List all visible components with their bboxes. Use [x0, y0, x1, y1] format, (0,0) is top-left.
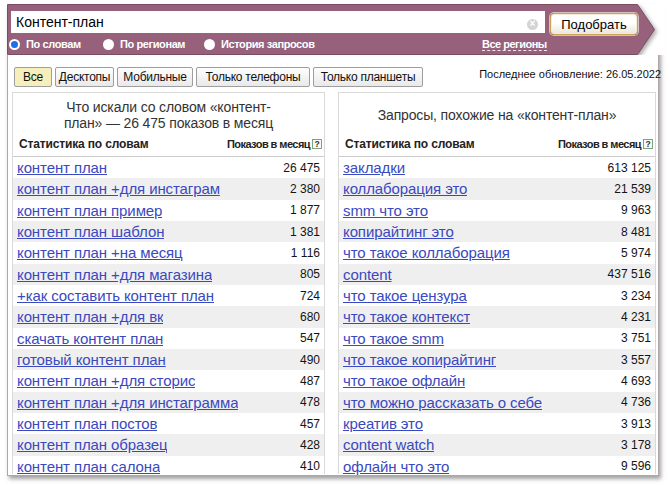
mode-query-history[interactable]: История запросов — [204, 36, 315, 52]
table-header: Статистика по словам Показов в месяц ? — [339, 131, 655, 157]
impressions-value: 3 234 — [615, 289, 651, 303]
keyword-link[interactable]: контент план +для инстаграм — [17, 180, 220, 197]
tab-mobile[interactable]: Мобильные — [117, 67, 193, 87]
keyword-column-header: Статистика по словам — [19, 137, 149, 151]
impressions-value: 1 381 — [284, 225, 320, 239]
tab-tablets-only[interactable]: Только планшеты — [313, 67, 423, 87]
impressions-value: 3 751 — [615, 331, 651, 345]
keyword-link[interactable]: готовый контент план — [17, 351, 166, 368]
similar-queries-panel: Запросы, похожие на «контент-план» Стати… — [338, 92, 656, 474]
radio-icon — [204, 39, 215, 50]
keyword-link[interactable]: копирайтинг это — [343, 223, 454, 240]
keyword-link[interactable]: контент план постов — [17, 415, 157, 432]
table-row: контент план постов457 — [13, 413, 324, 434]
table-row: контент план +для сторис487 — [13, 370, 324, 391]
keyword-link[interactable]: content watch — [343, 436, 434, 453]
search-input[interactable] — [11, 11, 545, 33]
impressions-value: 26 475 — [277, 161, 320, 175]
help-icon[interactable]: ? — [643, 139, 653, 149]
table-row: копирайтинг это8 481 — [339, 221, 655, 242]
impressions-value: 5 974 — [615, 246, 651, 260]
keyword-link[interactable]: офлайн что это — [343, 458, 449, 475]
keyword-link[interactable]: smm что это — [343, 202, 428, 219]
impressions-value: 1 877 — [284, 203, 320, 217]
keyword-link[interactable]: креатив это — [343, 415, 423, 432]
table-row: креатив это3 913 — [339, 413, 655, 434]
keyword-link[interactable]: скачать контент план — [17, 330, 163, 347]
tab-desktops[interactable]: Десктопы — [55, 67, 114, 87]
panel-title: Что искали со словом «контент- план» — 2… — [13, 93, 324, 131]
table-row: что такое копирайтинг3 557 — [339, 349, 655, 370]
keyword-link[interactable]: что такое цензура — [343, 287, 467, 304]
keyword-link[interactable]: контент план образец — [17, 436, 167, 453]
wordstat-window: Подобрать По словам По регионам История … — [7, 5, 659, 476]
keyword-link[interactable]: +как составить контент план — [17, 287, 214, 304]
submit-button[interactable]: Подобрать — [550, 13, 638, 35]
keyword-link[interactable]: контент план +для сторис — [17, 372, 195, 389]
table-row: что такое контекст4 231 — [339, 306, 655, 327]
impressions-value: 4 693 — [615, 374, 651, 388]
impressions-value: 437 516 — [602, 267, 651, 281]
keyword-link[interactable]: что такое копирайтинг — [343, 351, 496, 368]
keyword-link[interactable]: контент план +на месяц — [17, 244, 183, 261]
table-row: скачать контент план547 — [13, 328, 324, 349]
table-row: content watch3 178 — [339, 434, 655, 455]
table-header: Статистика по словам Показов в месяц ? — [13, 131, 324, 157]
keyword-link[interactable]: что такое коллаборация — [343, 244, 510, 261]
keyword-link[interactable]: контент план — [17, 159, 107, 176]
device-tabs: Все Десктопы Мобильные Только телефоны Т… — [14, 67, 426, 87]
keyword-link[interactable]: контент план салона — [17, 458, 160, 475]
table-row: контент план салона410 — [13, 456, 324, 475]
all-regions-link[interactable]: Все регионы — [482, 38, 547, 51]
keyword-link[interactable]: что такое офлайн — [343, 372, 465, 389]
clear-search-icon[interactable] — [527, 19, 538, 30]
tab-all[interactable]: Все — [14, 67, 52, 87]
impressions-value: 1 116 — [285, 246, 320, 260]
impressions-value: 490 — [294, 353, 320, 367]
keyword-stats-panel: Что искали со словом «контент- план» — 2… — [12, 92, 325, 474]
keyword-link[interactable]: закладки — [343, 159, 405, 176]
impressions-value: 9 963 — [615, 203, 651, 217]
table-row: офлайн что это9 596 — [339, 456, 655, 475]
keyword-link[interactable]: контент план +для инстаграмма — [17, 394, 238, 411]
keyword-link[interactable]: content — [343, 266, 392, 283]
tab-phones-only[interactable]: Только телефоны — [196, 67, 310, 87]
mode-by-words[interactable]: По словам — [9, 36, 81, 52]
keyword-table: контент план26 475контент план +для инст… — [13, 157, 324, 475]
table-row: контент план шаблон1 381 — [13, 221, 324, 242]
table-row: content437 516 — [339, 264, 655, 285]
mode-by-regions[interactable]: По регионам — [103, 36, 185, 52]
keyword-link[interactable]: что можно рассказать о себе — [343, 394, 542, 411]
keyword-link[interactable]: коллаборация это — [343, 180, 467, 197]
keyword-link[interactable]: контент план пример — [17, 202, 162, 219]
impressions-value: 3 178 — [615, 438, 651, 452]
keyword-link[interactable]: что такое smm — [343, 330, 444, 347]
keyword-link[interactable]: контент план +для вк — [17, 308, 163, 325]
impressions-value: 805 — [294, 267, 320, 281]
table-row: контент план +для инстаграм2 380 — [13, 178, 324, 199]
table-row: что такое цензура3 234 — [339, 285, 655, 306]
table-row: что такое smm3 751 — [339, 328, 655, 349]
impressions-value: 613 125 — [602, 161, 651, 175]
impressions-value: 680 — [294, 310, 320, 324]
keyword-link[interactable]: что такое контекст — [343, 308, 470, 325]
impressions-value: 4 736 — [615, 395, 651, 409]
value-column-header: Показов в месяц — [558, 138, 641, 150]
impressions-value: 547 — [294, 331, 320, 345]
impressions-value: 410 — [294, 459, 320, 473]
impressions-value: 8 481 — [615, 225, 651, 239]
table-row: что такое офлайн4 693 — [339, 370, 655, 391]
impressions-value: 9 596 — [615, 459, 651, 473]
impressions-value: 478 — [294, 395, 320, 409]
impressions-value: 2 380 — [284, 182, 320, 196]
help-icon[interactable]: ? — [312, 139, 322, 149]
table-row: контент план пример1 877 — [13, 200, 324, 221]
keyword-link[interactable]: контент план +для магазина — [17, 266, 212, 283]
similar-table: закладки613 125коллаборация это21 539smm… — [339, 157, 655, 475]
table-row: что такое коллаборация5 974 — [339, 242, 655, 263]
impressions-value: 4 231 — [615, 310, 651, 324]
keyword-link[interactable]: контент план шаблон — [17, 223, 164, 240]
impressions-value: 724 — [294, 289, 320, 303]
table-row: +как составить контент план724 — [13, 285, 324, 306]
table-row: что можно рассказать о себе4 736 — [339, 392, 655, 413]
